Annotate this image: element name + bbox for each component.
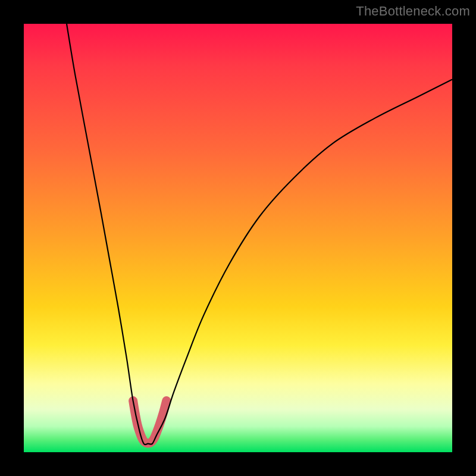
chart-frame: TheBottleneck.com (0, 0, 476, 476)
bottleneck-curve-path (67, 24, 452, 444)
chart-svg (24, 24, 452, 452)
plot-area (24, 24, 452, 452)
watermark-text: TheBottleneck.com (356, 4, 470, 19)
optimal-marker-path (133, 401, 167, 443)
